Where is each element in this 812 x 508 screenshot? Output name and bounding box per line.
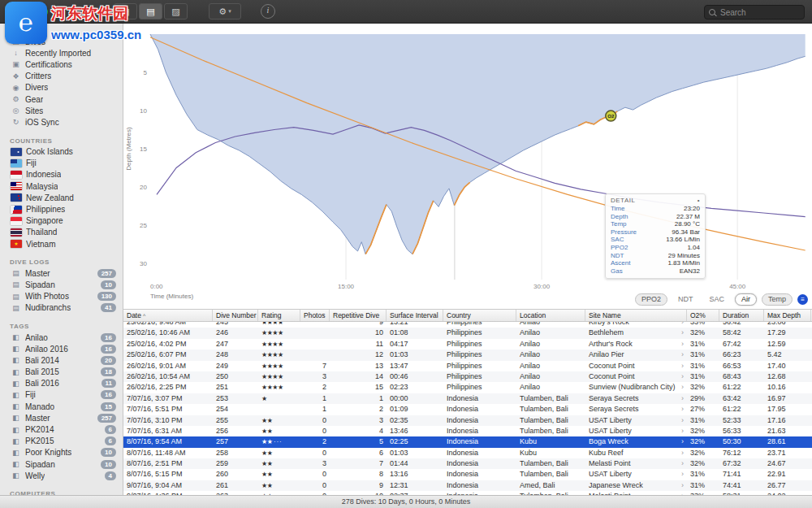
column-header-location[interactable]: Location bbox=[516, 310, 585, 321]
search-field[interactable] bbox=[704, 5, 805, 20]
table-row-dive-257[interactable]: 8/07/16, 9:54 AM257★★ ∙ ∙ ∙2502:25Indone… bbox=[123, 436, 812, 447]
column-header-depth[interactable]: Max Depth bbox=[764, 310, 811, 321]
row-detail-chevron-icon[interactable]: › bbox=[681, 350, 684, 360]
column-header-rating[interactable]: Rating bbox=[258, 310, 300, 321]
table-row-dive-254[interactable]: 7/07/16, 5:51 PM2541201:09IndonesiaTulam… bbox=[123, 404, 812, 415]
sidebar-item-critters[interactable]: ❖Critters bbox=[0, 71, 123, 82]
sidebar-item-dives[interactable]: ▤Dives bbox=[0, 36, 123, 47]
sidebar-item-label: Sipadan bbox=[25, 280, 55, 289]
cell-site: Melasti Point› bbox=[585, 458, 687, 469]
sidebar-item-divers[interactable]: ◉Divers bbox=[0, 82, 123, 93]
sidebar-item-anilao-2016[interactable]: ◧Anilao 201616 bbox=[0, 343, 123, 354]
column-header-country[interactable]: Country bbox=[443, 310, 516, 321]
table-row-dive-247[interactable]: 25/02/16, 4:02 PM247★★★★1104:17Philippin… bbox=[123, 339, 812, 350]
sidebar-item-malaysia[interactable]: Malaysia bbox=[0, 180, 123, 192]
count-badge: 15 bbox=[101, 402, 116, 411]
chart-options-button[interactable]: ≡ bbox=[797, 294, 808, 305]
sidebar-item-nudibranchs[interactable]: ▤Nudibranchs41 bbox=[0, 302, 123, 314]
column-header-date[interactable]: Date^ bbox=[123, 310, 213, 321]
sidebar-item-bali-2015[interactable]: ◧Bali 201518 bbox=[0, 367, 123, 378]
actions-menu-button[interactable]: ⚙ ▾ bbox=[209, 3, 241, 20]
zoom-button[interactable] bbox=[39, 7, 48, 16]
sidebar-item-gear[interactable]: ⚙Gear bbox=[0, 93, 123, 105]
column-header-surface[interactable]: Surface Interval bbox=[387, 310, 443, 321]
column-header-num[interactable]: Dive Number bbox=[213, 310, 258, 321]
sidebar-item-with-photos[interactable]: ▤With Photos130 bbox=[0, 291, 123, 302]
search-input[interactable] bbox=[719, 7, 800, 18]
grid-view-button[interactable]: ▦ bbox=[114, 3, 137, 20]
sidebar-item-bali-2016[interactable]: ◧Bali 201611 bbox=[0, 378, 123, 389]
table-row-dive-259[interactable]: 8/07/16, 2:51 PM259★★3701:44IndonesiaTul… bbox=[123, 458, 812, 469]
sidebar-item-sipadan[interactable]: ◧Sipadan10 bbox=[0, 458, 123, 470]
chart-toggle-sac[interactable]: SAC bbox=[703, 294, 730, 305]
row-detail-chevron-icon[interactable]: › bbox=[681, 448, 684, 458]
table-row-dive-253[interactable]: 7/07/16, 3:07 PM253★1100:00IndonesiaTula… bbox=[123, 393, 812, 404]
sidebar-item-thailand[interactable]: Thailand bbox=[0, 227, 123, 238]
sidebar-item-anilao[interactable]: ◧Anilao16 bbox=[0, 332, 123, 343]
sidebar-item-cook-islands[interactable]: Cook Islands bbox=[0, 146, 123, 158]
sidebar-item-bali-2014[interactable]: ◧Bali 201420 bbox=[0, 354, 123, 366]
close-button[interactable] bbox=[8, 7, 17, 16]
sidebar-item-fiji[interactable]: Fiji bbox=[0, 158, 123, 169]
chart-toggle-ndt[interactable]: NDT bbox=[672, 294, 699, 305]
minimize-button[interactable] bbox=[24, 7, 32, 16]
row-detail-chevron-icon[interactable]: › bbox=[681, 328, 684, 338]
cell-photos: 1 bbox=[300, 404, 330, 415]
column-header-duration[interactable]: Duration bbox=[719, 310, 764, 321]
table-row-dive-261[interactable]: 9/07/16, 9:04 AM261★★0912:31IndonesiaAme… bbox=[123, 480, 812, 491]
sidebar-item-certifications[interactable]: ▣Certifications bbox=[0, 59, 123, 70]
photo-view-button[interactable]: ▨ bbox=[164, 3, 188, 20]
sidebar-item-philippines[interactable]: Philippines bbox=[0, 203, 123, 215]
row-detail-chevron-icon[interactable]: › bbox=[681, 361, 684, 371]
table-row-dive-250[interactable]: 26/02/16, 10:54 AM250★★★★31400:46Philipp… bbox=[123, 371, 812, 382]
table-row-dive-246[interactable]: 25/02/16, 10:46 AM246★★★★1001:08Philippi… bbox=[123, 328, 812, 338]
sidebar-item-welly[interactable]: ◧Welly4 bbox=[0, 470, 123, 481]
sidebar-item-master[interactable]: ◧Master257 bbox=[0, 412, 123, 423]
column-header-photos[interactable]: Photos bbox=[300, 310, 330, 321]
dive-profile-chart[interactable]: O2510152025300:0015:0030:0045:00Depth (M… bbox=[123, 23, 812, 309]
sidebar-item-sipadan[interactable]: ▤Sipadan10 bbox=[0, 279, 123, 290]
table-row-dive-260[interactable]: 8/07/16, 5:15 PM260★★0813:16IndonesiaTul… bbox=[123, 469, 812, 480]
column-header-o2[interactable]: O2% bbox=[687, 310, 719, 321]
row-detail-chevron-icon[interactable]: › bbox=[681, 480, 684, 491]
sidebar-item-ios-sync[interactable]: ↻iOS Sync bbox=[0, 116, 123, 128]
table-row-dive-251[interactable]: 26/02/16, 2:25 PM251★★★★21502:23Philippi… bbox=[123, 382, 812, 393]
sidebar-item-sites[interactable]: ◎Sites bbox=[0, 105, 123, 116]
info-button[interactable]: i bbox=[261, 4, 275, 19]
chart-toggle-air[interactable]: Air bbox=[735, 293, 757, 306]
sidebar-item-recently-imported[interactable]: ↓Recently Imported bbox=[0, 47, 123, 59]
chart-toggle-temp[interactable]: Temp bbox=[762, 293, 793, 306]
sidebar-item-manado[interactable]: ◧Manado15 bbox=[0, 401, 123, 412]
row-detail-chevron-icon[interactable]: › bbox=[681, 371, 684, 382]
row-detail-chevron-icon[interactable]: › bbox=[681, 393, 684, 404]
sidebar-item-singapore[interactable]: Singapore bbox=[0, 215, 123, 227]
sidebar-item-indonesia[interactable]: Indonesia bbox=[0, 169, 123, 180]
table-row-dive-256[interactable]: 7/07/16, 6:31 AM256★★0413:46IndonesiaTul… bbox=[123, 426, 812, 436]
sidebar-item-master[interactable]: ▤Master257 bbox=[0, 267, 123, 279]
sidebar-item-poor-knights[interactable]: ◧Poor Knights10 bbox=[0, 447, 123, 458]
list-view-button[interactable]: ▤ bbox=[139, 3, 162, 20]
table-row-dive-248[interactable]: 25/02/16, 6:07 PM248★★★★1201:03Philippin… bbox=[123, 350, 812, 360]
cell-site: Anilao Pier› bbox=[585, 350, 687, 360]
row-detail-chevron-icon[interactable]: › bbox=[681, 469, 684, 480]
chart-toggle-ppo2[interactable]: PPO2 bbox=[635, 293, 667, 306]
sidebar-item-pk2015[interactable]: ◧PK20156 bbox=[0, 436, 123, 447]
table-row-dive-249[interactable]: 26/02/16, 9:01 AM249★★★★71313:47Philippi… bbox=[123, 361, 812, 371]
row-detail-chevron-icon[interactable]: › bbox=[681, 382, 684, 393]
row-detail-chevron-icon[interactable]: › bbox=[681, 426, 684, 436]
column-header-rep[interactable]: Repetitive Dive bbox=[330, 310, 387, 321]
row-detail-chevron-icon[interactable]: › bbox=[681, 339, 684, 350]
column-header-site[interactable]: Site Name bbox=[585, 310, 687, 321]
detail-row-ascent: Ascent1.83 M/Min bbox=[611, 259, 700, 267]
row-detail-chevron-icon[interactable]: › bbox=[681, 404, 684, 415]
sidebar-item-new-zealand[interactable]: New Zealand bbox=[0, 192, 123, 203]
detail-value: 22.37 M bbox=[676, 213, 700, 221]
row-detail-chevron-icon[interactable]: › bbox=[681, 458, 684, 469]
sidebar-item-fiji[interactable]: ◧Fiji16 bbox=[0, 389, 123, 401]
sidebar-item-vietnam[interactable]: ★Vietnam bbox=[0, 238, 123, 250]
table-row-dive-255[interactable]: 7/07/16, 3:10 PM255★★0302:35IndonesiaTul… bbox=[123, 415, 812, 426]
table-row-dive-258[interactable]: 8/07/16, 11:48 AM258★★0601:03IndonesiaKu… bbox=[123, 448, 812, 458]
sidebar-item-pk2014[interactable]: ◧PK20146 bbox=[0, 423, 123, 435]
row-detail-chevron-icon[interactable]: › bbox=[681, 436, 684, 447]
row-detail-chevron-icon[interactable]: › bbox=[681, 415, 684, 426]
